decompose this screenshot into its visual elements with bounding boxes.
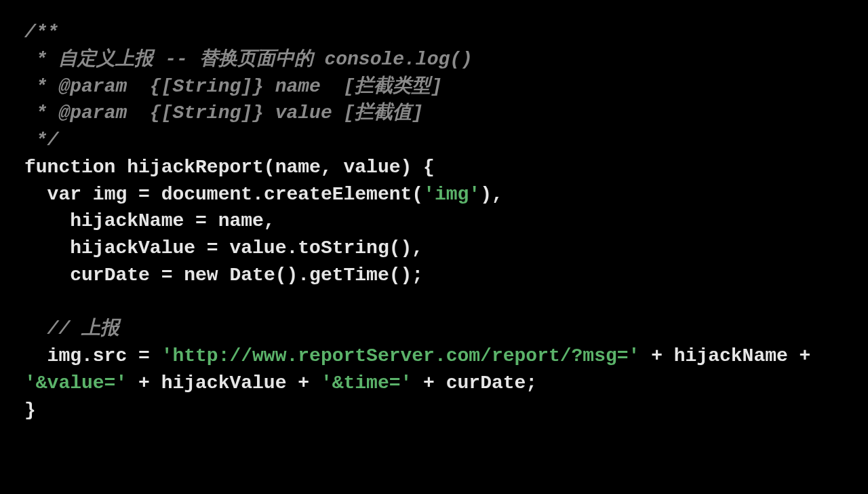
var-decl-line: var img = document.createElement('img'),: [24, 184, 503, 205]
doc-comment-prefix: *: [24, 76, 58, 97]
code-text: Date().getTime();: [218, 265, 423, 286]
indent: [24, 184, 47, 205]
doc-comment-line-1: * 自定义上报 -- 替换页面中的 console.log(): [24, 49, 473, 70]
comment-text: // 上报: [47, 318, 119, 339]
jsdoc-param-tag: @param: [58, 102, 127, 124]
doc-comment-prefix: *: [24, 49, 58, 70]
indent: [24, 318, 47, 339]
keyword-new: new: [184, 265, 218, 286]
img-src-line: img.src = 'http://www.reportServer.com/r…: [24, 345, 822, 394]
code-text: img.src =: [24, 345, 161, 366]
code-text: + curDate;: [412, 373, 537, 394]
string-literal: '&time=': [321, 373, 412, 394]
doc-comment-prefix: *: [24, 102, 58, 124]
jsdoc-param-desc: {[String]} name [拦截类型]: [127, 76, 442, 97]
doc-comment-text: 自定义上报 -- 替换页面中的 console.log(): [58, 49, 472, 70]
inline-comment: // 上报: [24, 318, 119, 339]
jsdoc-param-tag: @param: [58, 76, 127, 97]
doc-comment-open: /**: [24, 22, 58, 43]
function-close: }: [24, 400, 36, 421]
code-text: img = document.createElement(: [81, 184, 423, 205]
hijack-value-line: hijackValue = value.toString(),: [24, 238, 423, 259]
function-decl: function hijackReport(name, value) {: [24, 157, 435, 178]
string-literal: 'img': [423, 184, 480, 205]
cur-date-line: curDate = new Date().getTime();: [24, 265, 423, 286]
string-literal: 'http://www.reportServer.com/report/?msg…: [161, 345, 640, 366]
keyword-var: var: [47, 184, 81, 205]
string-literal: '&value=': [24, 373, 127, 394]
code-text: curDate =: [24, 265, 184, 286]
code-text: + hijackValue +: [127, 373, 321, 394]
keyword-function: function: [24, 157, 115, 178]
doc-comment-line-2: * @param {[String]} name [拦截类型]: [24, 76, 442, 97]
hijack-name-line: hijackName = name,: [24, 210, 275, 231]
function-signature: hijackReport(name, value) {: [115, 157, 434, 178]
doc-comment-line-3: * @param {[String]} value [拦截值]: [24, 102, 423, 124]
code-text: + hijackName +: [639, 345, 822, 366]
jsdoc-param-desc: {[String]} value [拦截值]: [127, 102, 423, 124]
code-text: ),: [480, 184, 503, 205]
doc-comment-close: */: [24, 130, 58, 151]
code-block: /** * 自定义上报 -- 替换页面中的 console.log() * @p…: [0, 0, 868, 442]
